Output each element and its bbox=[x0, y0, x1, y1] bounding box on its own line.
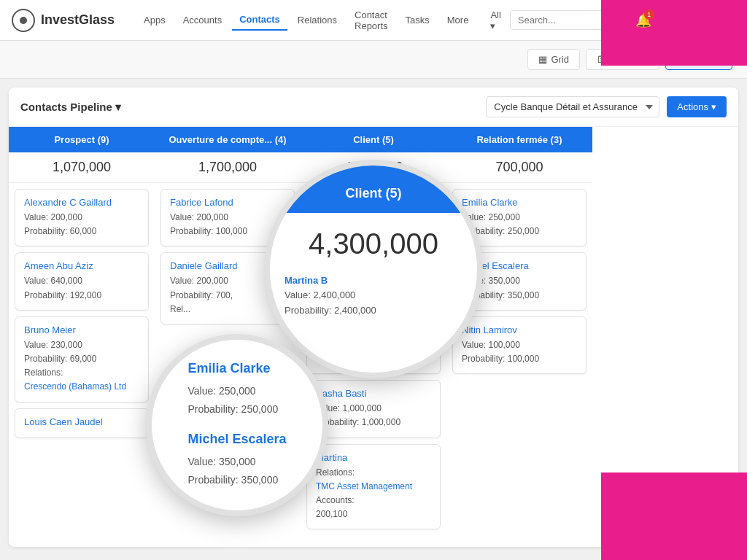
actions-button[interactable]: Actions ▾ bbox=[667, 96, 727, 117]
card-detail: Value: 200,000 Probability: 60,000 bbox=[24, 211, 139, 238]
card-detail: Value: 1,000,000 Probability: 1,000,000 bbox=[316, 402, 431, 429]
nav-contact-reports[interactable]: Contact Reports bbox=[347, 5, 395, 36]
list-item[interactable]: Alexandre C Gaillard Value: 200,000 Prob… bbox=[15, 189, 149, 246]
nav-contacts[interactable]: Contacts bbox=[232, 9, 287, 31]
zoom-emilia-michel-circle: Emilia Clarke Value: 250,000 Probability… bbox=[146, 334, 328, 516]
main-wrapper: InvestGlass Apps Accounts Contacts Relat… bbox=[0, 0, 747, 560]
contact-name[interactable]: Fabrice Lafond bbox=[170, 197, 285, 208]
relation-link[interactable]: TMC Asset Management bbox=[316, 481, 412, 491]
contact-name[interactable]: Sasha Basti bbox=[316, 388, 431, 399]
contact-name[interactable]: Alexandre C Gaillard bbox=[24, 197, 139, 208]
pink-top-right-decor bbox=[601, 0, 747, 66]
nav-apps[interactable]: Apps bbox=[136, 10, 173, 30]
notification-bell[interactable]: 🔔 1 bbox=[635, 12, 651, 28]
zoom-card-name[interactable]: Martina B bbox=[285, 275, 462, 286]
logo-text: InvestGlass bbox=[41, 12, 115, 28]
logo-icon bbox=[12, 9, 35, 32]
column-relation-total: 700,000 bbox=[446, 152, 592, 183]
zoom-michel-detail: Value: 350,000 Probability: 350,000 bbox=[187, 453, 286, 489]
column-ouverture-header: Ouverture de compte... (4) bbox=[155, 127, 301, 152]
column-client-header: Client (5) bbox=[301, 127, 446, 152]
pink-bottom-right-decor bbox=[601, 472, 747, 560]
notification-badge: 1 bbox=[644, 9, 654, 20]
column-ouverture-total: 1,700,000 bbox=[155, 152, 301, 183]
zoom-client-total: 4,300,000 bbox=[270, 213, 477, 268]
contact-name[interactable]: Louis Caen Jaudel bbox=[24, 416, 139, 427]
pipeline-header: Contacts Pipeline ▾ Cycle Banque Détail … bbox=[9, 88, 738, 127]
card-detail: Value: 640,000 Probability: 192,000 bbox=[24, 274, 139, 302]
contact-name[interactable]: Emilia Clarke bbox=[462, 197, 577, 208]
zoom-card-martina: Martina B Value: 2,400,000 Probability: … bbox=[270, 268, 477, 326]
grid-view-button[interactable]: ▦ Grid bbox=[527, 49, 580, 70]
all-filter[interactable]: All ▾ bbox=[490, 9, 500, 31]
list-item[interactable]: Louis Caen Jaudel bbox=[15, 408, 149, 438]
contact-name[interactable]: Ameen Abu Aziz bbox=[24, 260, 139, 271]
pipeline-chevron-icon[interactable]: ▾ bbox=[115, 101, 121, 114]
list-item[interactable]: Bruno Meier Value: 230,000 Probability: … bbox=[15, 316, 149, 402]
column-prospect-cards: Alexandre C Gaillard Value: 200,000 Prob… bbox=[9, 183, 155, 444]
nav-links: Apps Accounts Contacts Relations Contact… bbox=[136, 5, 476, 36]
list-item[interactable]: Nitin Lamirov Value: 100,000 Probability… bbox=[452, 316, 587, 374]
zoom-michel-name[interactable]: Michel Escalera bbox=[187, 432, 286, 447]
nav-relations[interactable]: Relations bbox=[290, 10, 344, 30]
contact-name[interactable]: Martina bbox=[316, 452, 431, 463]
card-detail: Value: 200,000 Probability: 100,000 bbox=[170, 211, 285, 238]
nav-more[interactable]: More bbox=[440, 10, 476, 30]
column-prospect-total: 1,070,000 bbox=[9, 152, 155, 183]
contact-name[interactable]: Nitin Lamirov bbox=[462, 324, 577, 335]
card-detail: Relations: TMC Asset Management Accounts… bbox=[316, 466, 431, 522]
zoom-emilia-name[interactable]: Emilia Clarke bbox=[187, 361, 286, 376]
column-prospect: Prospect (9) 1,070,000 Alexandre C Gaill… bbox=[9, 127, 155, 535]
zoom-card-detail: Value: 2,400,000 Probability: 2,400,000 bbox=[285, 288, 462, 319]
column-prospect-header: Prospect (9) bbox=[9, 127, 155, 152]
column-relation-header: Relation fermée (3) bbox=[446, 127, 592, 152]
card-detail: Value: 230,000 Probability: 69,000 Relat… bbox=[24, 338, 139, 394]
card-detail: Value: 250,000 Probability: 250,000 bbox=[462, 211, 577, 238]
relation-link[interactable]: Crescendo (Bahamas) Ltd bbox=[24, 381, 126, 392]
pipeline-header-right: Cycle Banque Détail et Assurance Actions… bbox=[486, 96, 727, 117]
grid-icon: ▦ bbox=[538, 54, 547, 65]
cycle-select[interactable]: Cycle Banque Détail et Assurance bbox=[486, 96, 659, 117]
nav-tasks[interactable]: Tasks bbox=[398, 10, 437, 30]
card-detail: Value: 100,000 Probability: 100,000 bbox=[462, 338, 577, 366]
contact-name[interactable]: Bruno Meier bbox=[24, 324, 139, 335]
list-item[interactable]: Ameen Abu Aziz Value: 640,000 Probabilit… bbox=[15, 252, 149, 310]
pipeline-title: Contacts Pipeline ▾ bbox=[20, 101, 121, 114]
logo[interactable]: InvestGlass bbox=[12, 9, 115, 32]
actions-chevron-icon: ▾ bbox=[711, 101, 716, 112]
column-relation: Relation fermée (3) 700,000 Emilia Clark… bbox=[446, 127, 592, 535]
zoom-emilia-detail: Value: 250,000 Probability: 250,000 bbox=[187, 382, 286, 419]
zoom-bottom-content: Emilia Clarke Value: 250,000 Probability… bbox=[170, 349, 303, 502]
list-item[interactable]: Martina Relations: TMC Asset Management … bbox=[306, 444, 441, 530]
nav-accounts[interactable]: Accounts bbox=[176, 10, 229, 30]
zoom-client-circle: Client (5) 4,300,000 Martina B Value: 2,… bbox=[264, 160, 483, 378]
